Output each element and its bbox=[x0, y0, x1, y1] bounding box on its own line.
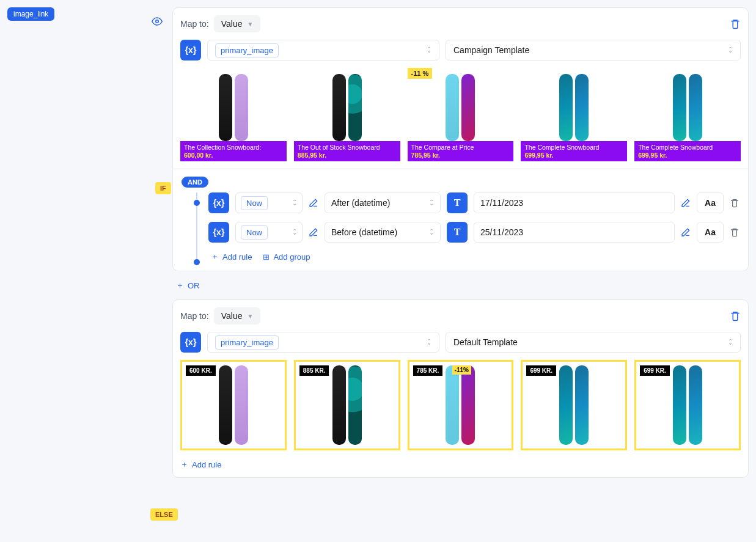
sort-icon bbox=[427, 48, 431, 53]
sort-icon bbox=[292, 230, 297, 235]
thumb-title: The Out of Stock Snowboard bbox=[298, 144, 397, 152]
variable-icon: {x} bbox=[180, 332, 201, 353]
rule-value: 25/11/2023 bbox=[480, 227, 523, 237]
field-tag: image_link bbox=[7, 7, 54, 21]
preview-thumb: 699 KR. bbox=[521, 360, 627, 450]
preview-thumbnails: 600 KR. 885 KR. 785 KR.-11% 699 KR. 699 … bbox=[180, 360, 741, 450]
template-select[interactable]: Campaign Template bbox=[446, 40, 741, 60]
plus-icon: ＋ bbox=[176, 280, 184, 291]
rule-value-input[interactable]: 25/11/2023 bbox=[474, 222, 675, 243]
variable-token: primary_image bbox=[215, 335, 279, 350]
link-label: Add rule bbox=[192, 460, 221, 469]
thumb-price: 600,00 kr. bbox=[184, 152, 283, 159]
price-tag: 699 KR. bbox=[526, 365, 556, 376]
thumb-title: The Complete Snowboard bbox=[524, 144, 623, 152]
thumb-title: The Collection Snowboard: bbox=[184, 144, 283, 152]
map-to-value: Value bbox=[221, 311, 243, 321]
map-to-select[interactable]: Value ▼ bbox=[214, 307, 261, 324]
discount-badge: -11% bbox=[452, 365, 471, 375]
rule-var-token: Now bbox=[241, 225, 268, 240]
map-to-label: Map to: bbox=[180, 311, 209, 321]
case-toggle[interactable]: Aa bbox=[697, 222, 724, 243]
sort-icon bbox=[429, 230, 434, 235]
if-badge: IF bbox=[155, 182, 171, 194]
discount-badge: -11 % bbox=[408, 68, 433, 79]
rule-row: {x} Now Before (datetime) T 25/11/2023 A… bbox=[208, 222, 739, 243]
preview-thumb: 699 KR. bbox=[634, 360, 741, 450]
thumb-price: 699,95 kr. bbox=[524, 152, 623, 159]
operator-value: Before (datetime) bbox=[331, 227, 397, 237]
preview-thumb: The Complete Snowboard699,95 kr. bbox=[521, 68, 627, 161]
operator-select[interactable]: After (datetime) bbox=[325, 192, 441, 213]
map-to-value: Value bbox=[221, 19, 243, 29]
plus-icon: ＋ bbox=[211, 251, 219, 262]
map-to-label: Map to: bbox=[180, 19, 209, 29]
preview-thumb: 785 KR.-11% bbox=[408, 360, 514, 450]
mapping-panel-if: Map to: Value ▼ {x} primary_image C bbox=[172, 7, 749, 271]
thumb-title: The Compare at Price bbox=[411, 144, 510, 152]
variable-select[interactable]: primary_image bbox=[207, 332, 439, 353]
or-button[interactable]: ＋OR bbox=[176, 280, 200, 291]
edit-icon[interactable] bbox=[681, 198, 691, 208]
add-rule-button[interactable]: ＋Add rule bbox=[180, 459, 221, 470]
edit-icon[interactable] bbox=[309, 198, 318, 208]
chevron-down-icon: ▼ bbox=[247, 313, 253, 320]
price-tag: 885 KR. bbox=[299, 365, 329, 376]
operator-select[interactable]: Before (datetime) bbox=[325, 222, 441, 243]
rule-row: {x} Now After (datetime) T 17/11/2023 Aa bbox=[208, 192, 739, 213]
preview-thumb: -11 % The Compare at Price785,95 kr. bbox=[408, 68, 514, 161]
preview-thumb: 600 KR. bbox=[180, 360, 287, 450]
logic-and-badge[interactable]: AND bbox=[182, 177, 208, 188]
thumb-title: The Complete Snowboard bbox=[638, 144, 737, 152]
variable-select[interactable]: primary_image bbox=[207, 40, 439, 60]
mapping-panel-else: Map to: Value ▼ {x} primary_image D bbox=[172, 299, 749, 478]
preview-icon[interactable] bbox=[152, 16, 163, 27]
rule-var-token: Now bbox=[241, 196, 268, 210]
delete-panel-button[interactable] bbox=[730, 310, 741, 321]
edit-icon[interactable] bbox=[309, 227, 318, 237]
sort-icon bbox=[292, 200, 297, 205]
sort-icon bbox=[728, 340, 733, 345]
template-select[interactable]: Default Template bbox=[446, 332, 741, 353]
folder-plus-icon: ⊞ bbox=[263, 252, 270, 262]
sort-icon bbox=[427, 340, 431, 345]
price-tag: 785 KR. bbox=[413, 365, 443, 376]
preview-thumb: The Collection Snowboard:600,00 kr. bbox=[180, 68, 287, 161]
sort-icon bbox=[728, 48, 733, 53]
delete-panel-button[interactable] bbox=[730, 18, 741, 29]
text-icon: T bbox=[447, 192, 468, 213]
delete-rule-button[interactable] bbox=[730, 198, 739, 208]
thumb-price: 885,95 kr. bbox=[298, 152, 397, 159]
variable-icon: {x} bbox=[180, 40, 201, 60]
rule-variable-select[interactable]: Now bbox=[235, 222, 303, 243]
operator-value: After (datetime) bbox=[331, 198, 390, 208]
add-group-button[interactable]: ⊞Add group bbox=[263, 251, 310, 262]
template-value: Campaign Template bbox=[453, 45, 529, 55]
chevron-down-icon: ▼ bbox=[247, 21, 253, 27]
thumb-price: 785,95 kr. bbox=[411, 152, 510, 159]
add-rule-button[interactable]: ＋Add rule bbox=[211, 251, 252, 262]
template-value: Default Template bbox=[453, 337, 518, 347]
variable-icon: {x} bbox=[208, 192, 229, 213]
link-label: Add rule bbox=[222, 252, 252, 262]
rule-value: 17/11/2023 bbox=[480, 198, 523, 208]
plus-icon: ＋ bbox=[180, 459, 188, 470]
case-toggle[interactable]: Aa bbox=[697, 192, 724, 213]
delete-rule-button[interactable] bbox=[730, 227, 739, 237]
preview-thumb: The Out of Stock Snowboard885,95 kr. bbox=[294, 68, 400, 161]
variable-token: primary_image bbox=[215, 43, 279, 57]
preview-thumb: 885 KR. bbox=[294, 360, 400, 450]
rules-block: AND {x} Now After (datetime) T 17/11/202… bbox=[173, 169, 748, 271]
map-to-select[interactable]: Value ▼ bbox=[214, 15, 261, 32]
rule-value-input[interactable]: 17/11/2023 bbox=[474, 192, 675, 213]
link-label: OR bbox=[188, 281, 200, 290]
preview-thumbnails: The Collection Snowboard:600,00 kr. The … bbox=[180, 68, 741, 161]
rule-variable-select[interactable]: Now bbox=[235, 192, 303, 213]
thumb-price: 699,95 kr. bbox=[638, 152, 737, 159]
sort-icon bbox=[429, 200, 434, 205]
text-icon: T bbox=[447, 222, 468, 243]
edit-icon[interactable] bbox=[681, 227, 691, 237]
svg-point-0 bbox=[156, 20, 159, 23]
link-label: Add group bbox=[273, 252, 310, 262]
variable-icon: {x} bbox=[208, 222, 229, 243]
